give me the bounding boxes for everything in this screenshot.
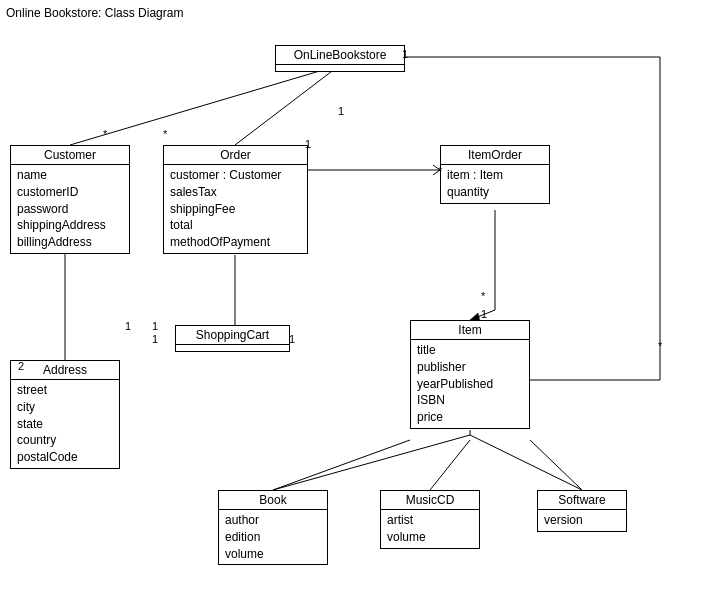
svg-line-12 [273,440,410,490]
attribute: total [170,217,301,234]
class-body-book: authoreditionvolume [219,510,327,564]
class-onlinebookstore: OnLineBookstore [275,45,405,72]
class-shoppingcart: ShoppingCart [175,325,290,352]
class-body-software: version [538,510,626,531]
class-itemorder: ItemOrderitem : Itemquantity [440,145,550,204]
class-body-order: customer : CustomersalesTaxshippingFeeto… [164,165,307,253]
class-address: AddressstreetcitystatecountrypostalCode [10,360,120,469]
class-book: Bookauthoreditionvolume [218,490,328,565]
class-header-customer: Customer [11,146,129,165]
svg-line-0 [70,65,340,145]
attribute: publisher [417,359,523,376]
attribute: quantity [447,184,543,201]
multiplicity-label: * [103,128,107,140]
attribute: password [17,201,123,218]
attribute: methodOfPayment [170,234,301,251]
class-customer: CustomernamecustomerIDpasswordshippingAd… [10,145,130,254]
attribute: volume [225,546,321,563]
class-header-item: Item [411,321,529,340]
multiplicity-label: * [163,128,167,140]
class-body-customer: namecustomerIDpasswordshippingAddressbil… [11,165,129,253]
multiplicity-label: 1 [152,320,158,332]
multiplicity-label: * [658,340,662,352]
attribute: version [544,512,620,529]
diagram-title: Online Bookstore: Class Diagram [6,6,183,20]
class-software: Softwareversion [537,490,627,532]
attribute: postalCode [17,449,113,466]
attribute: edition [225,529,321,546]
svg-line-14 [530,440,582,490]
class-body-musiccd: artistvolume [381,510,479,548]
attribute: city [17,399,113,416]
multiplicity-label: 2 [18,360,24,372]
multiplicity-label: 1 [402,48,408,60]
class-header-itemorder: ItemOrder [441,146,549,165]
class-header-software: Software [538,491,626,510]
multiplicity-label: 1 [125,320,131,332]
attribute: salesTax [170,184,301,201]
attribute: customer : Customer [170,167,301,184]
attribute: ISBN [417,392,523,409]
attribute: billingAddress [17,234,123,251]
attribute: yearPublished [417,376,523,393]
attribute: customerID [17,184,123,201]
multiplicity-label: * [438,165,442,177]
attribute: volume [387,529,473,546]
class-header-shoppingcart: ShoppingCart [176,326,289,345]
attribute: author [225,512,321,529]
class-body-itemorder: item : Itemquantity [441,165,549,203]
multiplicity-label: 1 [305,138,311,150]
attribute: item : Item [447,167,543,184]
attribute: title [417,342,523,359]
multiplicity-label: * [481,290,485,302]
attribute: price [417,409,523,426]
multiplicity-label: 1 [481,308,487,320]
attribute: state [17,416,113,433]
class-header-address: Address [11,361,119,380]
svg-line-1 [235,65,340,145]
multiplicity-label: 1 [338,105,344,117]
class-header-book: Book [219,491,327,510]
attribute: country [17,432,113,449]
attribute: shippingAddress [17,217,123,234]
svg-line-13 [430,440,470,490]
multiplicity-label: 1 [152,333,158,345]
class-body-address: streetcitystatecountrypostalCode [11,380,119,468]
class-header-musiccd: MusicCD [381,491,479,510]
attribute: name [17,167,123,184]
class-item: ItemtitlepublisheryearPublishedISBNprice [410,320,530,429]
attribute: artist [387,512,473,529]
attribute: shippingFee [170,201,301,218]
class-header-onlinebookstore: OnLineBookstore [276,46,404,65]
class-body-item: titlepublisheryearPublishedISBNprice [411,340,529,428]
class-musiccd: MusicCDartistvolume [380,490,480,549]
multiplicity-label: 1 [289,333,295,345]
attribute: street [17,382,113,399]
class-header-order: Order [164,146,307,165]
class-order: Ordercustomer : CustomersalesTaxshipping… [163,145,308,254]
